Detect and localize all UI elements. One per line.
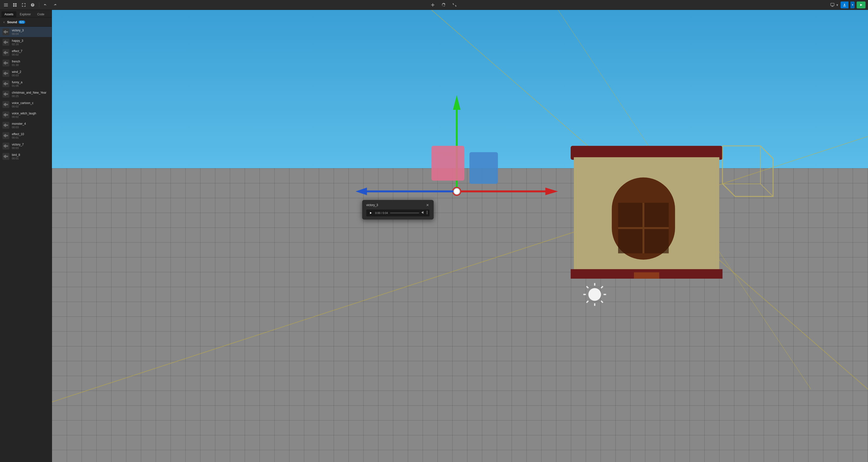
refresh-button[interactable] (440, 2, 447, 8)
player-play-button[interactable] (368, 210, 373, 216)
layout-mode-button[interactable] (829, 2, 836, 8)
tab-assets[interactable]: Assets (1, 11, 16, 17)
sound-info: effect_10 00:01 (12, 132, 24, 139)
sound-list: victory_3 00:04 happy_3 02:16 (0, 27, 52, 462)
svg-rect-45 (4, 93, 4, 95)
layout-mode-icon (831, 3, 834, 7)
upload-dropdown-button[interactable]: ▾ (850, 1, 855, 8)
svg-point-129 (427, 212, 427, 213)
player-controls: 0:00 / 0:04 (366, 209, 430, 217)
sound-wave-icon (2, 60, 9, 66)
svg-rect-65 (5, 124, 6, 127)
sound-info: wind_2 00:03 (12, 70, 21, 77)
sound-item[interactable]: victory_3 00:04 (0, 27, 52, 37)
waveform-icon (4, 134, 8, 137)
svg-rect-39 (4, 83, 4, 85)
sound-item[interactable]: victory_7 00:03 (0, 141, 52, 151)
undo-icon (44, 3, 48, 7)
sound-item[interactable]: wind_2 00:03 (0, 68, 52, 78)
sound-info: happy_3 02:16 (12, 39, 23, 46)
player-header: victory_3 ✕ (366, 203, 430, 207)
upload-button[interactable] (841, 1, 848, 8)
sound-item[interactable]: bird_8 00:01 (0, 151, 52, 162)
svg-rect-36 (6, 72, 6, 74)
svg-rect-35 (5, 72, 6, 75)
redo-button[interactable] (51, 2, 58, 8)
sound-item[interactable]: christmas_and_New_Year 00:25 (0, 89, 52, 99)
menu-button[interactable] (2, 2, 9, 8)
sound-duration: 01:30 (12, 64, 20, 66)
move-button[interactable] (429, 2, 436, 8)
layout-button[interactable] (11, 2, 18, 8)
svg-rect-69 (4, 135, 4, 136)
svg-rect-20 (7, 41, 8, 43)
refresh-icon (442, 3, 445, 7)
svg-rect-29 (5, 61, 6, 65)
svg-rect-62 (7, 114, 8, 116)
sound-duration: 00:25 (12, 95, 46, 98)
sound-info: effect_7 00:02 (12, 50, 22, 56)
sound-duration: 00:04 (12, 32, 24, 35)
player-progress-bar[interactable] (390, 212, 419, 213)
sound-item[interactable]: french 01:30 (0, 58, 52, 68)
tab-explorer[interactable]: Explorer (17, 11, 34, 17)
player-more-button[interactable] (427, 211, 428, 215)
undo-button[interactable] (42, 2, 49, 8)
svg-rect-7 (831, 3, 834, 6)
svg-point-128 (427, 211, 427, 212)
tab-code[interactable]: Code (34, 11, 48, 17)
svg-rect-19 (7, 42, 7, 43)
sidebar-header: ‹ Sound 621 (0, 18, 52, 27)
sound-item[interactable]: effect_7 00:02 (0, 47, 52, 58)
svg-rect-84 (6, 155, 6, 157)
help-icon (31, 3, 35, 7)
sound-name: funny_a (12, 80, 23, 84)
svg-rect-71 (5, 134, 6, 137)
sound-name: french (12, 60, 20, 63)
volume-icon (421, 211, 425, 214)
player-volume-button[interactable] (421, 211, 425, 215)
svg-rect-25 (7, 52, 7, 53)
waveform-icon (4, 72, 8, 75)
sound-duration: 00:03 (12, 126, 26, 129)
svg-rect-17 (5, 40, 6, 44)
svg-rect-42 (6, 83, 6, 85)
sound-info: monster_4 00:03 (12, 122, 26, 129)
ground (52, 168, 868, 462)
scale-icon (453, 3, 457, 7)
svg-rect-81 (4, 156, 4, 157)
sound-item[interactable]: monster_4 00:03 (0, 120, 52, 130)
player-time: 0:00 / 0:04 (375, 211, 388, 214)
svg-rect-76 (4, 145, 5, 147)
waveform-icon (4, 144, 8, 148)
sound-name: christmas_and_New_Year (12, 91, 46, 94)
toolbar-left (2, 2, 58, 8)
move-icon (431, 3, 435, 7)
svg-rect-15 (4, 41, 4, 43)
sound-item[interactable]: effect_10 00:01 (0, 130, 52, 141)
back-button[interactable]: ‹ (2, 20, 6, 25)
sound-name: effect_10 (12, 132, 24, 136)
sound-item[interactable]: voice_witch_laugh 00:02 (0, 110, 52, 120)
svg-rect-73 (7, 135, 7, 136)
player-close-button[interactable]: ✕ (426, 203, 430, 207)
sound-item[interactable]: happy_3 02:16 (0, 37, 52, 47)
svg-rect-37 (7, 73, 7, 74)
sound-duration: 00:01 (12, 136, 24, 139)
viewport[interactable]: Y Z X victory_3 ✕ (52, 10, 868, 462)
help-button[interactable] (29, 2, 36, 8)
fullscreen-button[interactable] (20, 2, 27, 8)
sound-item[interactable]: funny_a 01:06 (0, 78, 52, 89)
play-button[interactable] (857, 1, 866, 8)
svg-rect-16 (4, 41, 5, 43)
svg-rect-58 (4, 113, 5, 116)
layout-dropdown-button[interactable]: ▾ (836, 2, 839, 8)
sound-item[interactable]: voice_cartoon_c 00:02 (0, 99, 52, 110)
scale-button[interactable] (451, 2, 458, 8)
svg-rect-46 (4, 93, 5, 95)
svg-rect-67 (7, 125, 7, 126)
sound-info: voice_witch_laugh 00:02 (12, 112, 36, 118)
svg-rect-44 (7, 83, 8, 85)
waveform-icon (4, 61, 8, 65)
svg-rect-48 (6, 93, 6, 95)
